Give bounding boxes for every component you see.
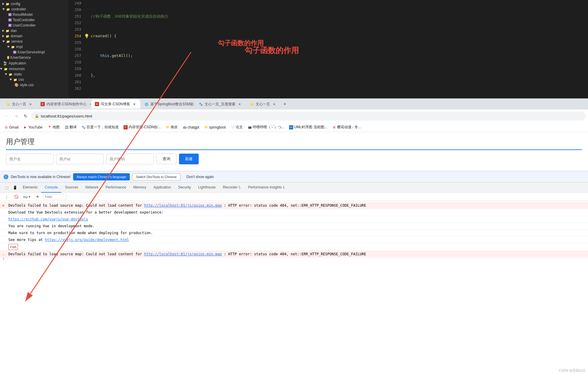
tab-close-5[interactable]: ✕ [237, 102, 242, 106]
bookmark-label-springboot: springboot [209, 125, 226, 129]
devtools-inspect-icon[interactable]: ⬚ [2, 183, 11, 192]
tree-item-iuserservice[interactable]: I IUserService [0, 55, 69, 60]
tab-label-5: 文心一言_百度搜索 [205, 102, 235, 107]
tab-csdn-content[interactable]: C 内容管理-CSDN创作中心 ✕ [37, 100, 91, 109]
tab-springboot[interactable]: 🌐 基于SpringBoot整合SSM架... ✕ [141, 100, 195, 109]
bookmark-uml[interactable]: On UML时序图 流程图... [287, 124, 329, 130]
console-line-error-2: ⚠ DevTools failed to load source map: Co… [0, 251, 588, 258]
forward-button[interactable]: → [12, 112, 20, 120]
notify-btn-switch-chinese[interactable]: Switch DevTools to Chinese [132, 173, 180, 180]
lock-icon: 🔒 [35, 114, 39, 118]
new-tab-button[interactable]: + [281, 100, 289, 108]
tab-network[interactable]: Network [82, 183, 102, 193]
bookmark-baidu[interactable]: 🐾 百度一下，你就知道 [80, 124, 121, 130]
tree-item-config[interactable]: 📁 config [0, 1, 69, 7]
console-error-1-link[interactable]: http://localhost:81/js/axios.min.map [144, 203, 222, 208]
username-input[interactable] [6, 154, 54, 164]
tree-item-impl[interactable]: 📁 impl [0, 44, 69, 50]
bookmark-label-translate: 翻译 [70, 125, 77, 130]
tree-item-resultmodel[interactable]: C ResultModel [0, 12, 69, 17]
tree-item-domain[interactable]: 📁 domain [0, 33, 69, 39]
back-button[interactable]: ← [2, 112, 11, 120]
tree-item-iuserserviceimpl[interactable]: C IUserServiceImpl [0, 50, 69, 55]
devtools-eye-icon[interactable]: 👁 [33, 193, 42, 201]
tree-item-static[interactable]: 📁 static [0, 72, 69, 77]
userid-input[interactable] [56, 154, 104, 164]
tree-item-stylecss[interactable]: 🎨 style.css [0, 82, 69, 88]
bookmark-youtube[interactable]: ▶ YouTube [21, 125, 44, 130]
tree-item-resources[interactable]: 📁 resources [0, 66, 69, 72]
file-tree: 📁 config 📁 controller C ResultModel C Te… [0, 0, 69, 98]
devtools-device-icon[interactable]: 📱 [11, 183, 19, 192]
search-bar: 查询 新建 [6, 154, 582, 164]
tree-item-usercontroller[interactable]: C UserController [0, 23, 69, 28]
console-prompt[interactable]: ❯ [0, 258, 588, 259]
tab-close-2[interactable]: ✕ [88, 102, 91, 106]
tab-wenxin-baidu[interactable]: 🐾 文心一言_百度搜索 ✕ [195, 100, 246, 109]
bookmark-label-map: 地图 [53, 125, 60, 130]
tree-item-dao[interactable]: 📁 dao [0, 28, 69, 33]
tab-label-3: 写文章-CSDN博客 [101, 102, 130, 107]
bookmark-map[interactable]: 📍 地图 [46, 124, 61, 130]
notify-btn-match-language[interactable]: Always match Chrome's language [73, 173, 130, 180]
address-bar[interactable]: 🔒 localhost:81/pages/users.html [31, 112, 586, 120]
springboot-favicon: 📁 [204, 125, 208, 129]
tab-label-2: 内容管理-CSDN创作中心 [47, 102, 87, 107]
create-button[interactable]: 新建 [179, 154, 199, 164]
tree-item-testcontroller[interactable]: C TestController [0, 17, 69, 23]
tab-csdn-write[interactable]: C 写文章-CSDN博客 ✕ [91, 100, 140, 109]
notify-btn-dont-show[interactable]: Don't show again [183, 173, 217, 180]
console-line-run: run [0, 243, 588, 251]
bookmark-chatgpt[interactable]: 🤖 chatgpt [181, 125, 201, 130]
tab-wenxinyiyan-1[interactable]: 🌟 文心一言 ✕ [2, 100, 36, 109]
bookmark-anime[interactable]: 🌸 樱花动漫 - 专... [330, 124, 363, 130]
tab-security[interactable]: Security [175, 183, 195, 193]
console-link-github[interactable]: https://github.com/vuejs/vue-devtools [8, 217, 88, 221]
paper-favicon: 📄 [231, 125, 235, 129]
console-output: ⊗ DevTools failed to load source map: Co… [0, 201, 588, 261]
nav-bar: ← → ↻ 🔒 localhost:81/pages/users.html [0, 109, 588, 123]
tab-wenxinyiyan-2[interactable]: 🌟 文心一言 ✕ [246, 100, 280, 109]
top-dropdown[interactable]: top ▾ [21, 194, 32, 200]
devtools-toolbar: ⋮ 🚫 top ▾ 👁 [0, 193, 588, 201]
url-text: localhost:81/pages/users.html [41, 114, 92, 118]
tree-item-controller[interactable]: 📁 controller [0, 7, 69, 12]
password-input[interactable] [106, 154, 154, 164]
tab-console[interactable]: Console [41, 183, 61, 193]
tree-item-application[interactable]: 🍃 Application [0, 60, 69, 66]
refresh-button[interactable]: ↻ [21, 112, 30, 120]
bookmark-translate[interactable]: 🔤 翻译 [63, 124, 78, 130]
bookmark-label-bilibili: 哔哩哔哩（`-´）つ... [253, 125, 284, 130]
tab-application[interactable]: Application [150, 183, 175, 193]
devtools-clear-icon[interactable]: 🚫 [12, 193, 20, 201]
tab-memory[interactable]: Memory [130, 183, 150, 193]
bookmark-nannong[interactable]: 📁 南农 [164, 124, 180, 130]
bookmark-label-nannong: 南农 [171, 125, 178, 130]
query-button[interactable]: 查询 [156, 154, 177, 164]
bookmark-csdn[interactable]: C 内容管理-CSDN创... [122, 124, 163, 130]
translate-favicon: 🔤 [64, 125, 69, 129]
gmail-favicon: G [4, 125, 8, 129]
bookmark-springboot[interactable]: 📁 springboot [202, 125, 228, 130]
tab-recorder[interactable]: Recorder 𝕃 [219, 183, 245, 193]
tab-lighthouse[interactable]: Lighthouse [195, 183, 219, 193]
tab-close-1[interactable]: ✕ [28, 102, 33, 106]
tab-sources[interactable]: Sources [61, 183, 82, 193]
tab-elements[interactable]: Elements [19, 183, 41, 193]
tab-perf-insights[interactable]: Performance insights 𝕃 [245, 183, 289, 193]
tab-close-6[interactable]: ✕ [272, 102, 277, 106]
bookmark-bilibili[interactable]: 📺 哔哩哔哩（`-´）つ... [246, 124, 286, 130]
console-link-vuejs[interactable]: https://vuejs.org/guide/deployment.html [45, 238, 129, 242]
tab-performance[interactable]: Performance [102, 183, 130, 193]
console-filter-input[interactable] [43, 194, 67, 200]
notify-message: DevTools is now available in Chinese! [11, 175, 71, 179]
devtools-sidebar-icon[interactable]: ⋮ [2, 193, 11, 201]
tab-close-3[interactable]: ✕ [132, 102, 137, 106]
blue-divider [6, 149, 582, 150]
tree-item-service[interactable]: 📁 service [0, 39, 69, 44]
console-error-2-link[interactable]: http://localhost:81/js/axios.min.map [144, 252, 222, 256]
bookmark-gmail[interactable]: G Gmail [2, 125, 20, 130]
tree-item-css[interactable]: 📁 css [0, 77, 69, 82]
code-content: //钩子函数，VUE对象初始化完成后自动执行 created() { this.… [89, 0, 588, 98]
bookmark-paper[interactable]: 📄 论文 [229, 124, 245, 130]
